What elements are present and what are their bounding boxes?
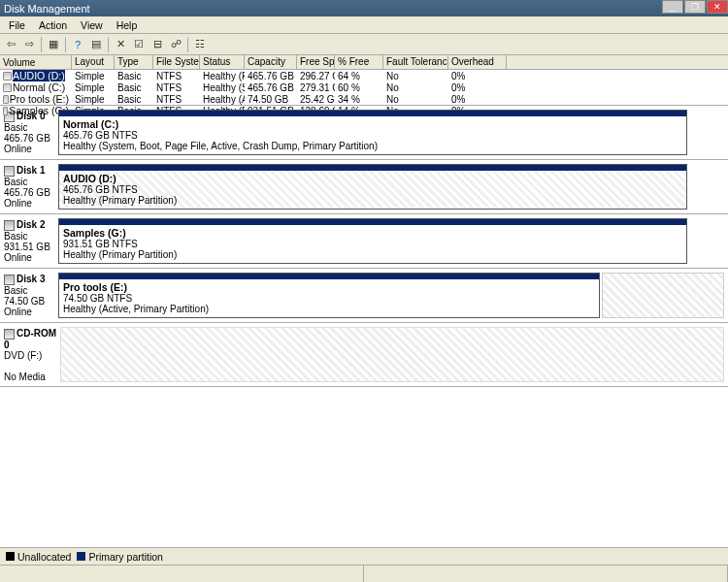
title-bar: Disk Management _ ❐ ✕ [0, 0, 728, 16]
partition[interactable]: Samples (G:)931.51 GB NTFSHealthy (Prima… [58, 218, 687, 264]
disk-info[interactable]: Disk 3Basic74.50 GBOnline [4, 273, 58, 318]
disk-row: Disk 2Basic931.51 GBOnlineSamples (G:)93… [0, 214, 728, 269]
volume-icon [3, 107, 8, 115]
menu-view[interactable]: View [74, 17, 110, 33]
disk-info[interactable]: Disk 0Basic465.76 GBOnline [4, 110, 58, 155]
minimize-button[interactable]: _ [662, 0, 683, 14]
volume-list-pane: VolumeLayoutTypeFile SystemStatusCapacit… [0, 55, 728, 106]
column-header[interactable]: Free Spa... [297, 55, 335, 69]
harddisk-icon [4, 220, 15, 231]
column-header[interactable]: Volume [0, 55, 72, 69]
help-icon[interactable]: ? [69, 36, 86, 53]
volume-icon [3, 83, 12, 92]
separator [65, 37, 66, 52]
column-headers: VolumeLayoutTypeFile SystemStatusCapacit… [0, 55, 728, 70]
disk-info[interactable]: Disk 2Basic931.51 GBOnline [4, 218, 58, 264]
unallocated-space[interactable] [602, 273, 724, 318]
settings-icon[interactable]: ▤ [87, 36, 105, 53]
column-header[interactable]: Layout [72, 55, 115, 69]
partition[interactable]: Normal (C:)465.76 GB NTFSHealthy (System… [58, 110, 687, 155]
separator [187, 37, 188, 52]
disk-row: Disk 3Basic74.50 GBOnlinePro tools (E:)7… [0, 269, 728, 323]
separator [108, 37, 109, 52]
harddisk-icon [4, 275, 15, 285]
toolbar: ⇦ ⇨ ▦ ? ▤ ✕ ☑ ⊟ ☍ ☷ [0, 34, 728, 55]
list-icon[interactable]: ☷ [191, 36, 209, 53]
forward-icon[interactable]: ⇨ [20, 36, 38, 53]
status-bar [0, 565, 728, 582]
disk-icon[interactable]: ⊟ [149, 36, 166, 53]
partition[interactable]: AUDIO (D:)465.76 GB NTFSHealthy (Primary… [58, 164, 687, 210]
menu-file[interactable]: File [2, 17, 32, 33]
back-icon[interactable]: ⇦ [2, 36, 19, 53]
legend-unallocated: Unallocated [6, 551, 71, 563]
cdrom-icon [4, 329, 15, 340]
column-header[interactable]: Overhead [448, 55, 507, 69]
column-header[interactable]: Type [115, 55, 153, 69]
properties-icon[interactable]: ☑ [130, 36, 148, 53]
format-icon[interactable]: ☍ [167, 36, 184, 53]
delete-icon[interactable]: ✕ [112, 36, 129, 53]
close-button[interactable]: ✕ [707, 0, 728, 14]
empty-drive [60, 327, 724, 382]
volume-row[interactable]: Normal (C:)SimpleBasicNTFSHealthy (S...4… [0, 81, 728, 93]
menu-help[interactable]: Help [110, 17, 145, 33]
column-header[interactable]: Capacity [245, 55, 297, 69]
partition[interactable]: Pro tools (E:)74.50 GB NTFSHealthy (Acti… [58, 273, 600, 318]
disk-info[interactable]: Disk 1Basic465.76 GBOnline [4, 164, 58, 210]
window-title: Disk Management [4, 3, 90, 15]
disk-row: Disk 0Basic465.76 GBOnlineNormal (C:)465… [0, 106, 728, 160]
column-header[interactable]: Fault Tolerance [383, 55, 448, 69]
disk-row: CD-ROM 0DVD (F:)No Media [0, 323, 728, 387]
legend-primary-partition: Primary partition [77, 551, 162, 563]
legend: Unallocated Primary partition [0, 547, 728, 565]
volume-row[interactable]: Pro tools (E:)SimpleBasicNTFSHealthy (A.… [0, 93, 728, 105]
column-header[interactable]: File System [153, 55, 200, 69]
refresh-icon[interactable]: ▦ [45, 36, 62, 53]
harddisk-icon [4, 166, 15, 177]
empty-area [0, 387, 728, 537]
column-header[interactable]: Status [200, 55, 245, 69]
menu-bar: File Action View Help [0, 16, 728, 34]
separator [41, 37, 42, 52]
disk-graphical-pane: Disk 0Basic465.76 GBOnlineNormal (C:)465… [0, 106, 728, 387]
disk-row: Disk 1Basic465.76 GBOnlineAUDIO (D:)465.… [0, 160, 728, 214]
maximize-button[interactable]: ❐ [684, 0, 706, 14]
volume-icon [3, 95, 9, 104]
disk-info[interactable]: CD-ROM 0DVD (F:)No Media [4, 327, 58, 382]
volume-icon [3, 72, 12, 81]
column-header[interactable]: % Free [335, 55, 383, 69]
volume-row[interactable]: AUDIO (D:)SimpleBasicNTFSHealthy (P...46… [0, 70, 728, 81]
menu-action[interactable]: Action [32, 17, 74, 33]
